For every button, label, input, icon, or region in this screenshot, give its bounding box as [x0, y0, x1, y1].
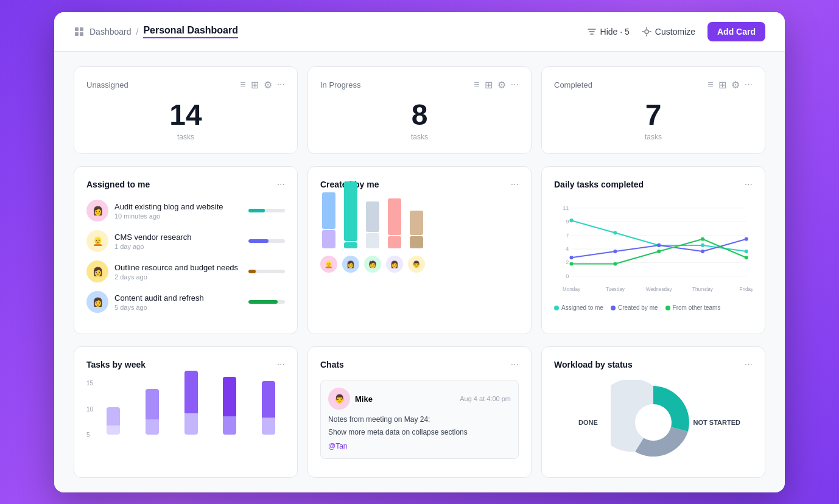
breadcrumb-separator: / — [136, 27, 139, 37]
svg-text:Wednesday: Wednesday — [646, 287, 673, 292]
add-card-button[interactable]: Add Card — [707, 22, 765, 41]
filter-icon3[interactable]: ≡ — [707, 79, 713, 91]
completed-number: 7 — [554, 98, 753, 131]
week-bar-primary — [107, 407, 120, 425]
task-avatar: 👩 — [86, 261, 108, 282]
chat-line2: Show more meta data on collapse sections — [328, 427, 511, 438]
task-avatar: 👩 — [86, 200, 108, 222]
task-name: Content audit and refresh — [114, 293, 242, 303]
completed-sublabel: tasks — [554, 133, 753, 141]
workload-menu[interactable]: ··· — [745, 359, 753, 370]
bar-group: 🧑 — [364, 181, 381, 273]
svg-point-4 — [645, 30, 648, 33]
legend-dot — [665, 306, 670, 310]
bottom-row: Tasks by week ··· 15 10 5 Chats ··· — [74, 346, 765, 478]
more-icon3[interactable]: ··· — [745, 79, 753, 91]
svg-point-26 — [745, 250, 748, 253]
settings-icon[interactable]: ⚙ — [264, 79, 272, 91]
svg-text:2: 2 — [566, 259, 569, 265]
app-header: Dashboard / Personal Dashboard Hide · 5 … — [54, 12, 785, 52]
week-bar-secondary — [146, 419, 159, 435]
assigned-menu[interactable]: ··· — [277, 179, 285, 190]
bar-segment — [410, 211, 423, 235]
inprogress-number: 8 — [320, 98, 519, 131]
bar-segment — [366, 201, 379, 232]
hide-button[interactable]: Hide · 5 — [587, 27, 630, 37]
bar-stack — [322, 181, 335, 248]
task-list: 👩 Audit existing blog and website 10 min… — [86, 200, 285, 313]
bar-stack — [366, 181, 379, 248]
svg-rect-2 — [75, 32, 79, 36]
daily-menu[interactable]: ··· — [745, 179, 753, 190]
week-bar-container — [107, 407, 120, 435]
bar-segment — [322, 192, 335, 229]
chats-menu[interactable]: ··· — [511, 359, 519, 370]
dashboard-icon — [74, 26, 85, 37]
svg-text:7: 7 — [566, 233, 569, 239]
bar-segment — [322, 230, 335, 248]
settings-icon2[interactable]: ⚙ — [497, 79, 506, 91]
stat-card-unassigned: Unassigned ≡ ⊞ ⚙ ··· 14 tasks — [74, 66, 298, 154]
svg-text:Friday: Friday — [740, 287, 753, 292]
week-title: Tasks by week — [86, 360, 146, 369]
created-menu[interactable]: ··· — [511, 179, 519, 190]
pie-label-not: NOT STARTED — [693, 419, 740, 426]
task-time: 5 days ago — [114, 304, 242, 311]
task-avatar: 👱 — [86, 230, 108, 252]
svg-point-34 — [657, 250, 661, 253]
more-icon[interactable]: ··· — [277, 79, 285, 91]
legend-dot — [554, 306, 559, 310]
week-bar-group — [175, 371, 208, 435]
progress-fill — [248, 300, 278, 304]
more-icon2[interactable]: ··· — [511, 79, 519, 91]
task-info: Content audit and refresh 5 days ago — [114, 293, 242, 311]
bar-stack — [410, 181, 423, 248]
week-bar-container — [223, 377, 236, 435]
task-item: 👩 Audit existing blog and website 10 min… — [86, 200, 285, 222]
svg-rect-0 — [75, 27, 79, 31]
bar-avatar: 👱 — [320, 256, 337, 273]
progress-bar — [248, 209, 285, 212]
bar-segment — [366, 233, 379, 248]
expand-icon2[interactable]: ⊞ — [485, 79, 493, 91]
week-bar-group — [213, 377, 246, 435]
inprogress-sublabel: tasks — [320, 133, 519, 141]
unassigned-number: 14 — [86, 98, 285, 131]
progress-bar — [248, 270, 285, 273]
stats-row: Unassigned ≡ ⊞ ⚙ ··· 14 tasks In Progres… — [74, 66, 765, 154]
stat-actions-inprogress: ≡ ⊞ ⚙ ··· — [474, 79, 519, 91]
week-bar-primary — [223, 377, 236, 416]
progress-fill — [248, 209, 265, 212]
expand-icon3[interactable]: ⊞ — [718, 79, 726, 91]
bar-segment — [388, 198, 401, 235]
task-time: 2 days ago — [114, 273, 242, 281]
chat-tag: @Tan — [328, 442, 348, 450]
bar-avatar: 👩 — [342, 256, 359, 273]
customize-button[interactable]: Customize — [642, 27, 695, 37]
svg-point-36 — [745, 256, 748, 259]
bar-segment — [344, 242, 357, 248]
filter-icon[interactable]: ≡ — [240, 79, 245, 91]
task-item: 👱 CMS vendor research 1 day ago — [86, 230, 285, 252]
week-bar-container — [262, 381, 275, 435]
svg-text:4: 4 — [566, 246, 569, 252]
week-menu[interactable]: ··· — [277, 359, 285, 370]
breadcrumb-root[interactable]: Dashboard — [90, 27, 132, 37]
progress-fill — [248, 239, 269, 243]
expand-icon[interactable]: ⊞ — [251, 79, 259, 91]
breadcrumb: Dashboard / Personal Dashboard — [74, 25, 238, 38]
stat-actions-completed: ≡ ⊞ ⚙ ··· — [707, 79, 753, 91]
svg-text:Thursday: Thursday — [692, 287, 714, 292]
breadcrumb-current: Personal Dashboard — [143, 25, 238, 38]
settings-icon3[interactable]: ⚙ — [731, 79, 740, 91]
filter-icon2[interactable]: ≡ — [474, 79, 479, 91]
svg-point-29 — [657, 243, 661, 247]
y-label-10: 10 — [86, 406, 93, 413]
completed-label: Completed — [554, 80, 592, 89]
week-bar-secondary — [107, 425, 120, 435]
progress-bar — [248, 300, 285, 304]
task-name: Audit existing blog and website — [114, 202, 242, 211]
pie-container: DONE NOT STARTED — [554, 380, 753, 465]
task-item: 👩 Content audit and refresh 5 days ago — [86, 291, 285, 313]
svg-point-32 — [569, 262, 573, 265]
